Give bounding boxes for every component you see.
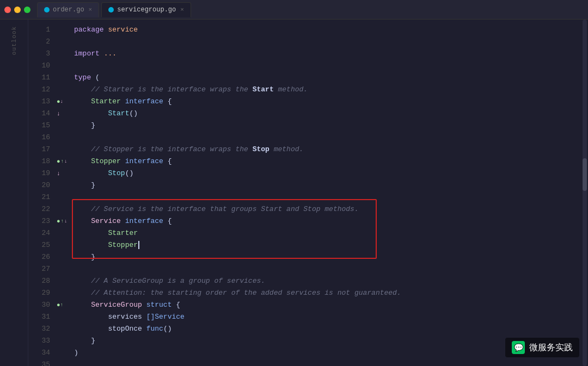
gutter-34 bbox=[57, 347, 70, 359]
code-line-31: services []Service bbox=[74, 311, 579, 323]
code-line-27 bbox=[74, 263, 579, 275]
tab-servicegroup-go[interactable]: servicegroup.go × bbox=[101, 2, 191, 17]
tab-label-active: servicegroup.go bbox=[117, 6, 176, 14]
gutter-10 bbox=[57, 60, 70, 72]
gutter-28 bbox=[57, 275, 70, 287]
window-controls bbox=[4, 7, 30, 13]
scrollbar-thumb[interactable] bbox=[583, 158, 587, 191]
tab-order-go[interactable]: order.go × bbox=[37, 2, 99, 17]
watermark: 💬 微服务实践 bbox=[505, 338, 579, 357]
gutter-18: ●↑↓ bbox=[57, 156, 70, 168]
wechat-icon: 💬 bbox=[512, 341, 525, 354]
line-num: 3 bbox=[28, 48, 50, 60]
line-num: 16 bbox=[28, 132, 50, 144]
line-num: 21 bbox=[28, 191, 50, 203]
gutter-3 bbox=[57, 48, 70, 60]
line-num: 20 bbox=[28, 179, 50, 191]
gutter-1 bbox=[57, 24, 70, 36]
scrollbar-track[interactable] bbox=[583, 20, 587, 366]
code-line-20: } bbox=[74, 179, 579, 191]
code-line-33: } bbox=[74, 335, 579, 347]
line-num: 29 bbox=[28, 287, 50, 299]
code-content[interactable]: package service import ... type ( // Sta… bbox=[70, 20, 588, 366]
code-line-30: ServiceGroup struct { bbox=[74, 299, 579, 311]
line-num: 19 bbox=[28, 168, 50, 179]
code-line-13: Starter interface { bbox=[74, 96, 579, 108]
line-num: 34 bbox=[28, 347, 50, 359]
code-line-11: type ( bbox=[74, 72, 579, 84]
line-num: 35 bbox=[28, 359, 50, 366]
gutter-33 bbox=[57, 335, 70, 347]
gutter-decorations: ●↓ ↓ ●↑↓ ↓ ●↑↓ bbox=[57, 20, 70, 366]
code-line-32: stopOnce func() bbox=[74, 323, 579, 335]
gutter-21 bbox=[57, 191, 70, 203]
gutter-14: ↓ bbox=[57, 108, 70, 120]
code-line-3: import ... bbox=[74, 48, 579, 60]
tab-close-icon[interactable]: × bbox=[89, 7, 93, 13]
line-num: 10 bbox=[28, 60, 50, 72]
code-line-24: Starter bbox=[74, 227, 579, 239]
code-line-14: Start() bbox=[74, 108, 579, 120]
line-num: 28 bbox=[28, 275, 50, 287]
code-line-25: Stopper bbox=[74, 239, 579, 251]
line-num: 2 bbox=[28, 36, 50, 48]
app-window: order.go × servicegroup.go × outlook 1 2… bbox=[0, 0, 588, 366]
line-num: 18 bbox=[28, 156, 50, 168]
code-container: 1 2 3 10 11 12 13 14 15 16 17 18 19 20 2… bbox=[28, 20, 588, 366]
top-bar: order.go × servicegroup.go × bbox=[0, 0, 588, 20]
line-num: 23 bbox=[28, 215, 50, 227]
gutter-16 bbox=[57, 132, 70, 144]
gutter-31 bbox=[57, 311, 70, 323]
code-line-1: package service bbox=[74, 24, 579, 36]
tab-close-active-icon[interactable]: × bbox=[180, 7, 184, 13]
line-num: 31 bbox=[28, 311, 50, 323]
minimize-button[interactable] bbox=[14, 7, 21, 13]
tab-label: order.go bbox=[53, 6, 84, 14]
code-line-23: Service interface { bbox=[74, 215, 579, 227]
gutter-25 bbox=[57, 239, 70, 251]
close-button[interactable] bbox=[4, 7, 11, 13]
code-line-16 bbox=[74, 132, 579, 144]
sidebar: outlook bbox=[0, 20, 28, 366]
gutter-12 bbox=[57, 84, 70, 96]
code-line-19: Stop() bbox=[74, 168, 579, 179]
go-file-icon bbox=[44, 7, 50, 13]
code-line-26: } bbox=[74, 251, 579, 263]
code-line-22: // Service is the interface that groups … bbox=[74, 203, 579, 215]
gutter-19: ↓ bbox=[57, 168, 70, 179]
gutter-13: ●↓ bbox=[57, 96, 70, 108]
line-num: 13 bbox=[28, 96, 50, 108]
line-num: 27 bbox=[28, 263, 50, 275]
line-num: 33 bbox=[28, 335, 50, 347]
line-num: 15 bbox=[28, 120, 50, 132]
gutter-27 bbox=[57, 263, 70, 275]
gutter-32 bbox=[57, 323, 70, 335]
line-num: 12 bbox=[28, 84, 50, 96]
sidebar-label: outlook bbox=[11, 26, 17, 55]
gutter-24 bbox=[57, 227, 70, 239]
code-line-29: // Attention: the starting order of the … bbox=[74, 287, 579, 299]
code-line-12: // Starter is the interface wraps the St… bbox=[74, 84, 579, 96]
maximize-button[interactable] bbox=[24, 7, 30, 13]
gutter-30: ●↑ bbox=[57, 299, 70, 311]
watermark-text: 微服务实践 bbox=[529, 342, 573, 353]
code-line-35 bbox=[74, 359, 579, 366]
gutter-23: ●↑↓ bbox=[57, 215, 70, 227]
code-line-17: // Stopper is the interface wraps the St… bbox=[74, 144, 579, 156]
line-num: 30 bbox=[28, 299, 50, 311]
gutter-20 bbox=[57, 179, 70, 191]
code-line-34: ) bbox=[74, 347, 579, 359]
line-num: 17 bbox=[28, 144, 50, 156]
go-file-icon-active bbox=[108, 7, 114, 13]
line-num: 14 bbox=[28, 108, 50, 120]
gutter-29 bbox=[57, 287, 70, 299]
line-numbers: 1 2 3 10 11 12 13 14 15 16 17 18 19 20 2… bbox=[28, 20, 57, 366]
gutter-22 bbox=[57, 203, 70, 215]
gutter-2 bbox=[57, 36, 70, 48]
line-num: 1 bbox=[28, 24, 50, 36]
gutter-35 bbox=[57, 359, 70, 366]
gutter-11 bbox=[57, 72, 70, 84]
line-num: 26 bbox=[28, 251, 50, 263]
line-num: 11 bbox=[28, 72, 50, 84]
code-line-18: Stopper interface { bbox=[74, 156, 579, 168]
